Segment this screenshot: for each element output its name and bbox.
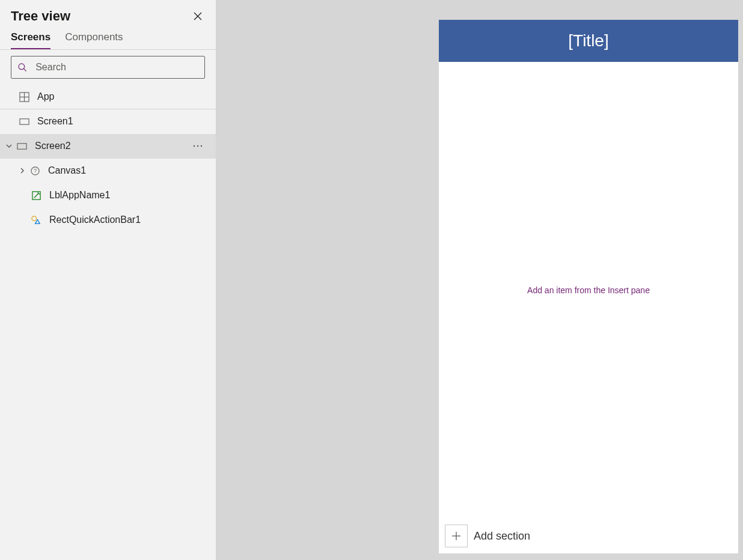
svg-rect-8: [17, 143, 26, 148]
canvas-area: [Title] Add an item from the Insert pane…: [216, 0, 743, 560]
tree-item-app[interactable]: App: [0, 85, 216, 109]
tree-header: Tree view: [0, 0, 216, 28]
tree-item-canvas1[interactable]: ? Canvas1: [0, 159, 216, 183]
canvas-icon: ?: [28, 166, 42, 176]
tree-label-screen1: Screen1: [37, 116, 205, 127]
search-box[interactable]: [11, 56, 205, 79]
close-icon: [193, 11, 203, 21]
plus-icon: [451, 531, 461, 541]
svg-rect-7: [19, 118, 28, 124]
canvas-title-text: [Title]: [568, 31, 608, 50]
svg-point-9: [194, 145, 195, 147]
search-icon: [17, 62, 27, 73]
svg-point-10: [197, 145, 199, 147]
tree-list: App Screen1 Screen2: [0, 85, 216, 560]
canvas-titlebar[interactable]: [Title]: [439, 20, 738, 62]
tree-item-screen2[interactable]: Screen2: [0, 134, 216, 159]
svg-point-11: [201, 145, 203, 147]
screen-icon: [14, 141, 29, 151]
plus-icon-box: [445, 525, 468, 547]
canvas-footer: Add section: [439, 519, 738, 553]
tree-title: Tree view: [11, 8, 70, 24]
tree-view-panel: Tree view Screens Components App: [0, 0, 216, 560]
tree-label-canvas1: Canvas1: [48, 165, 205, 176]
app-icon: [17, 92, 31, 102]
more-options-button[interactable]: [191, 145, 205, 147]
search-wrapper: [0, 50, 216, 85]
svg-point-15: [31, 216, 36, 221]
label-icon: [29, 190, 43, 201]
chevron-down-icon[interactable]: [4, 143, 14, 149]
tab-components[interactable]: Components: [65, 31, 123, 49]
search-input[interactable]: [35, 62, 198, 73]
more-icon: [193, 145, 203, 147]
canvas-body[interactable]: Add an item from the Insert pane: [439, 62, 738, 519]
tree-tabs: Screens Components: [0, 28, 216, 50]
tree-item-rectquickactionbar1[interactable]: RectQuickActionBar1: [0, 208, 216, 233]
screen-icon: [17, 117, 31, 127]
canvas-hint-text: Add an item from the Insert pane: [527, 285, 650, 295]
tree-label-app: App: [37, 91, 205, 102]
add-section-button[interactable]: Add section: [445, 525, 530, 547]
svg-text:?: ?: [34, 168, 37, 174]
chevron-right-icon[interactable]: [17, 168, 28, 174]
add-section-label: Add section: [474, 530, 530, 543]
svg-line-3: [24, 68, 26, 71]
canvas-frame[interactable]: [Title] Add an item from the Insert pane…: [439, 20, 738, 553]
rect-icon: [29, 215, 43, 225]
tree-label-screen2: Screen2: [35, 141, 191, 151]
tree-item-lblappname1[interactable]: LblAppName1: [0, 183, 216, 208]
tab-screens[interactable]: Screens: [11, 31, 50, 49]
tree-label-lblappname1: LblAppName1: [49, 190, 205, 201]
svg-point-2: [19, 64, 25, 70]
tree-item-screen1[interactable]: Screen1: [0, 109, 216, 134]
close-tree-button[interactable]: [191, 9, 205, 23]
tree-label-rectquickactionbar1: RectQuickActionBar1: [49, 215, 205, 225]
